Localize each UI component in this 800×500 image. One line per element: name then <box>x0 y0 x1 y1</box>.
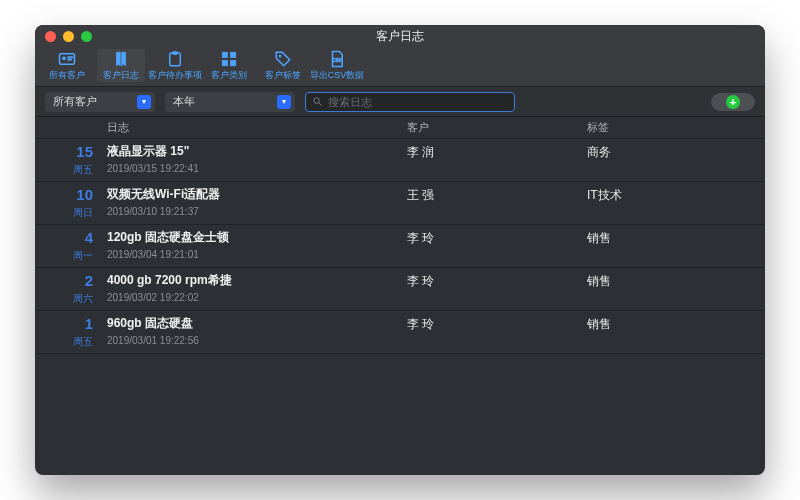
svg-rect-5 <box>173 52 178 55</box>
svg-rect-9 <box>231 61 236 66</box>
row-timestamp: 2019/03/04 19:21:01 <box>107 249 407 260</box>
row-day: 4 <box>85 229 93 246</box>
row-weekday: 周日 <box>73 206 93 220</box>
add-log-button[interactable]: + <box>711 93 755 111</box>
table-header: 日志 客户 标签 <box>35 117 765 139</box>
row-title: 960gb 固态硬盘 <box>107 315 407 332</box>
row-tag: 销售 <box>587 230 611 247</box>
svg-rect-0 <box>60 54 75 65</box>
search-input[interactable] <box>328 96 508 108</box>
row-tag: 商务 <box>587 144 611 161</box>
svg-line-13 <box>319 103 322 106</box>
period-filter-select[interactable]: 本年 ▾ <box>165 92 295 112</box>
client-filter-select[interactable]: 所有客户 ▾ <box>45 92 155 112</box>
svg-text:CSV: CSV <box>332 58 341 63</box>
row-tag: 销售 <box>587 273 611 290</box>
toolbar-client-logs[interactable]: 客户日志 <box>97 49 145 82</box>
row-tag: 销售 <box>587 316 611 333</box>
toolbar-client-tags[interactable]: 客户标签 <box>259 49 307 82</box>
table-row[interactable]: 10 周日 双频无线Wi-Fi适配器 2019/03/10 19:21:37 王… <box>35 182 765 225</box>
row-client: 李 玲 <box>407 230 434 247</box>
select-value: 本年 <box>173 94 195 109</box>
log-list: 15 周五 液晶显示器 15" 2019/03/15 19:22:41 李 润 … <box>35 139 765 475</box>
row-client: 李 润 <box>407 144 434 161</box>
window-title: 客户日志 <box>35 28 765 45</box>
column-header-log[interactable]: 日志 <box>107 121 129 133</box>
row-client: 王 强 <box>407 187 434 204</box>
row-day: 2 <box>85 272 93 289</box>
plus-icon: + <box>726 95 740 109</box>
toolbar-label: 客户待办事项 <box>148 69 202 82</box>
toolbar-all-clients[interactable]: 所有客户 <box>43 49 91 82</box>
dropdown-arrow-icon: ▾ <box>137 95 151 109</box>
row-title: 120gb 固态硬盘金士顿 <box>107 229 407 246</box>
dropdown-arrow-icon: ▾ <box>277 95 291 109</box>
row-day: 10 <box>76 186 93 203</box>
toolbar-label: 客户标签 <box>265 69 301 82</box>
table-row[interactable]: 15 周五 液晶显示器 15" 2019/03/15 19:22:41 李 润 … <box>35 139 765 182</box>
row-title: 双频无线Wi-Fi适配器 <box>107 186 407 203</box>
grid-icon <box>220 50 238 68</box>
filter-bar: 所有客户 ▾ 本年 ▾ + <box>35 87 765 117</box>
row-day: 15 <box>76 143 93 160</box>
app-window: 客户日志 所有客户 客户日志 客户待办事项 客户类别 <box>35 25 765 475</box>
id-card-icon <box>58 50 76 68</box>
svg-point-12 <box>314 98 320 104</box>
row-weekday: 周六 <box>73 292 93 306</box>
svg-rect-7 <box>231 52 236 57</box>
svg-rect-8 <box>222 61 227 66</box>
row-weekday: 周一 <box>73 249 93 263</box>
toolbar-client-todos[interactable]: 客户待办事项 <box>151 49 199 82</box>
svg-point-1 <box>63 57 66 60</box>
row-title: 4000 gb 7200 rpm希捷 <box>107 272 407 289</box>
tag-icon <box>274 50 292 68</box>
titlebar: 客户日志 <box>35 25 765 47</box>
toolbar-label: 导出CSV数据 <box>310 69 365 82</box>
toolbar-label: 客户日志 <box>103 69 139 82</box>
clipboard-icon <box>166 50 184 68</box>
row-tag: IT技术 <box>587 187 622 204</box>
row-weekday: 周五 <box>73 163 93 177</box>
row-client: 李 玲 <box>407 316 434 333</box>
toolbar-label: 客户类别 <box>211 69 247 82</box>
toolbar-client-categories[interactable]: 客户类别 <box>205 49 253 82</box>
toolbar-label: 所有客户 <box>49 69 85 82</box>
row-day: 1 <box>85 315 93 332</box>
search-icon <box>312 96 323 107</box>
row-client: 李 玲 <box>407 273 434 290</box>
table-row[interactable]: 1 周五 960gb 固态硬盘 2019/03/01 19:22:56 李 玲 … <box>35 311 765 354</box>
svg-point-10 <box>279 55 281 57</box>
csv-file-icon: CSV <box>328 50 346 68</box>
svg-rect-2 <box>68 57 73 58</box>
select-value: 所有客户 <box>53 94 97 109</box>
search-field[interactable] <box>305 92 515 112</box>
row-title: 液晶显示器 15" <box>107 143 407 160</box>
table-row[interactable]: 4 周一 120gb 固态硬盘金士顿 2019/03/04 19:21:01 李… <box>35 225 765 268</box>
row-timestamp: 2019/03/10 19:21:37 <box>107 206 407 217</box>
svg-rect-4 <box>170 53 181 66</box>
svg-rect-3 <box>68 59 72 60</box>
toolbar: 所有客户 客户日志 客户待办事项 客户类别 客户标签 <box>35 47 765 87</box>
row-timestamp: 2019/03/02 19:22:02 <box>107 292 407 303</box>
column-header-tag[interactable]: 标签 <box>587 121 609 133</box>
column-header-client[interactable]: 客户 <box>407 121 429 133</box>
table-row[interactable]: 2 周六 4000 gb 7200 rpm希捷 2019/03/02 19:22… <box>35 268 765 311</box>
row-timestamp: 2019/03/01 19:22:56 <box>107 335 407 346</box>
row-timestamp: 2019/03/15 19:22:41 <box>107 163 407 174</box>
toolbar-export-csv[interactable]: CSV 导出CSV数据 <box>313 49 361 82</box>
svg-rect-6 <box>222 52 227 57</box>
bookmarks-icon <box>112 50 130 68</box>
row-weekday: 周五 <box>73 335 93 349</box>
